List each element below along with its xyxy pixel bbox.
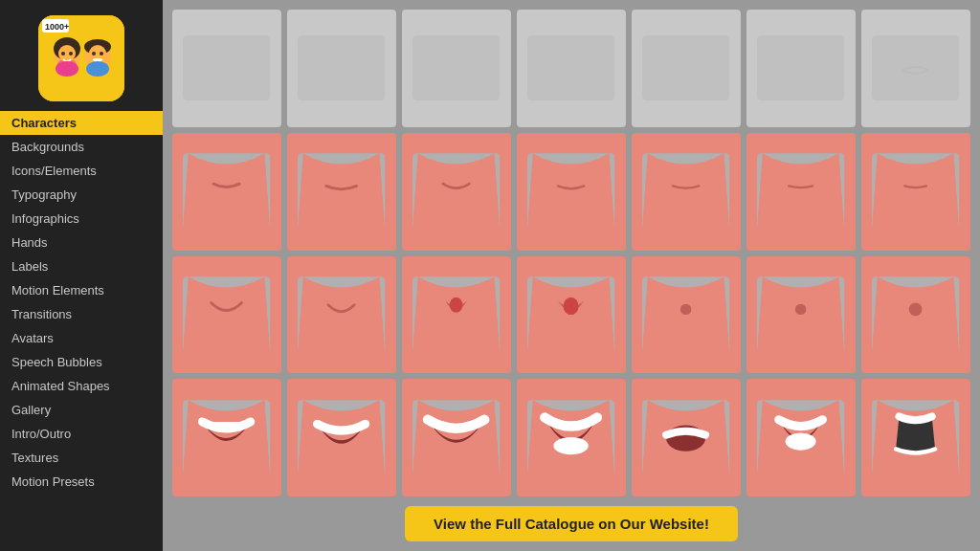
grid-item[interactable] [632,256,741,374]
sidebar-item-intro-outro[interactable]: Intro/Outro [0,422,163,446]
grid-item[interactable] [746,10,856,127]
sidebar-item-characters[interactable]: Characters [0,111,163,135]
grid-item[interactable] [172,10,281,127]
grid-item[interactable] [632,379,741,496]
mouth-grid [172,10,970,496]
svg-point-47 [554,436,589,453]
svg-rect-17 [183,35,270,100]
grid-item[interactable] [746,256,856,374]
grid-item[interactable] [402,256,511,374]
svg-point-15 [86,61,109,77]
svg-point-38 [680,303,691,314]
grid-item[interactable] [746,379,856,496]
cta-button[interactable]: View the Full Catalogue on Our Website! [405,506,738,541]
grid-item[interactable] [746,133,856,251]
grid-item[interactable] [517,133,626,251]
sidebar-item-typography[interactable]: Typography [0,183,163,207]
svg-point-51 [786,432,816,450]
sidebar-item-transitions[interactable]: Transitions [0,302,163,326]
svg-point-36 [564,298,579,315]
svg-rect-19 [412,35,500,100]
grid-item[interactable] [861,256,970,374]
main-content: View the Full Catalogue on Our Website! [163,0,980,551]
sidebar-item-avatars[interactable]: Avatars [0,326,163,350]
sidebar: 1000+ [0,0,163,551]
grid-item[interactable] [287,133,396,251]
svg-point-13 [100,52,103,55]
grid-item[interactable] [861,10,970,127]
grid-item[interactable] [861,379,970,496]
grid-item[interactable] [287,379,396,496]
svg-point-42 [909,302,923,316]
grid-item[interactable] [517,10,626,127]
svg-point-6 [58,45,76,62]
app-logo[interactable]: 1000+ [38,15,124,101]
sidebar-item-motion-presets[interactable]: Motion Presets [0,470,163,494]
sidebar-item-speech-bubbles[interactable]: Speech Bubbles [0,350,163,374]
sidebar-item-infographics[interactable]: Infographics [0,207,163,231]
svg-point-34 [450,298,463,313]
sidebar-item-motion-elements[interactable]: Motion Elements [0,278,163,302]
grid-item[interactable] [632,133,741,251]
svg-rect-21 [642,35,729,100]
svg-rect-22 [757,35,844,100]
svg-point-8 [69,52,73,55]
svg-rect-20 [527,35,614,100]
svg-rect-18 [298,35,385,100]
grid-item[interactable] [172,379,281,496]
svg-text:1000+: 1000+ [45,22,69,32]
nav-items: Characters Backgrounds Icons/Elements Ty… [0,111,163,494]
grid-item[interactable] [517,379,626,496]
svg-point-40 [795,303,806,314]
sidebar-item-backgrounds[interactable]: Backgrounds [0,135,163,159]
grid-item[interactable] [402,379,511,496]
sidebar-item-labels[interactable]: Labels [0,254,163,278]
sidebar-item-textures[interactable]: Textures [0,446,163,470]
grid-item[interactable] [172,256,281,374]
svg-point-7 [61,52,65,55]
svg-point-12 [92,52,96,55]
grid-item[interactable] [287,10,396,127]
svg-rect-14 [94,58,101,61]
grid-item[interactable] [632,10,741,127]
grid-item[interactable] [287,256,396,374]
svg-point-16 [56,61,78,77]
sidebar-item-hands[interactable]: Hands [0,231,163,254]
grid-item[interactable] [861,133,970,251]
grid-item[interactable] [517,256,626,374]
grid-item[interactable] [402,133,511,251]
grid-item[interactable] [172,133,281,251]
grid-item[interactable] [402,10,511,127]
sidebar-item-icons[interactable]: Icons/Elements [0,159,163,183]
sidebar-item-gallery[interactable]: Gallery [0,398,163,422]
sidebar-item-animated-shapes[interactable]: Animated Shapes [0,374,163,398]
